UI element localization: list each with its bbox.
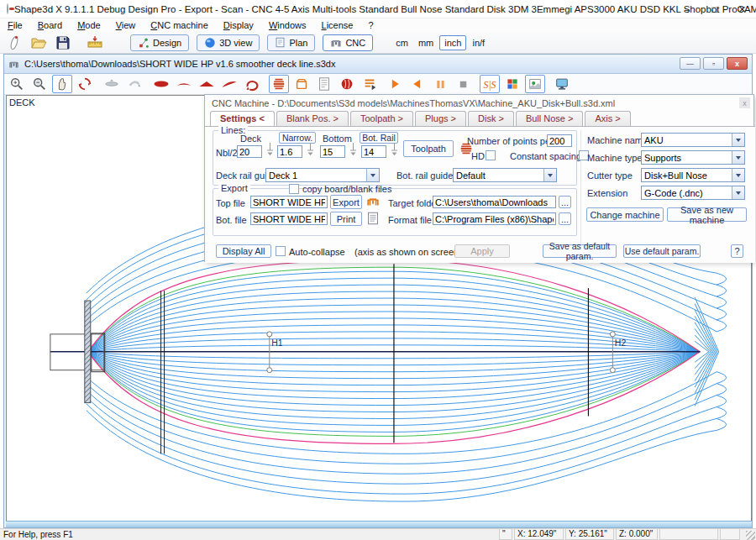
bot-file-field[interactable] <box>250 212 328 225</box>
flip-horizontal-icon[interactable] <box>124 75 144 93</box>
change-machine-button[interactable]: Change machine <box>586 207 664 222</box>
plan-view-button[interactable]: Plan <box>267 34 315 51</box>
bottom-spin-icon[interactable] <box>349 142 358 156</box>
thickness-view-icon[interactable] <box>197 75 217 93</box>
menu-display[interactable]: Display <box>216 18 261 32</box>
pan-hand-icon[interactable] <box>52 75 72 93</box>
view-3d-button[interactable]: 3D view <box>197 34 260 51</box>
menu-file[interactable]: File <box>0 18 30 32</box>
hd-checkbox[interactable] <box>486 150 496 160</box>
cnc-mode-button[interactable]: CNC <box>323 34 373 51</box>
plan-document-icon <box>275 37 286 48</box>
preview-image-icon[interactable] <box>525 75 545 93</box>
save-default-param-button[interactable]: Save as default param. <box>543 244 617 258</box>
deck-rail-guide-value: Deck 1 <box>266 170 366 181</box>
cutting-box-icon[interactable] <box>291 75 312 93</box>
bot-rail-guide-dropdown[interactable]: Default <box>453 168 557 182</box>
deck-spin-icon[interactable] <box>265 142 275 156</box>
save-file-icon[interactable] <box>53 34 73 52</box>
machine-type-dropdown[interactable]: Supports <box>641 150 745 165</box>
maximize-button[interactable]: □ <box>701 0 728 18</box>
flip-vertical-icon[interactable] <box>102 75 122 93</box>
minimize-button[interactable]: – <box>673 0 701 18</box>
export-machine-icon[interactable] <box>365 194 381 209</box>
dialog-help-button[interactable]: ? <box>731 244 743 258</box>
target-folder-field[interactable] <box>433 196 556 208</box>
display-all-button[interactable]: Display All <box>216 244 271 258</box>
menu-license[interactable]: License <box>314 18 361 32</box>
new-board-icon[interactable] <box>4 34 24 52</box>
unit-inch[interactable]: inch <box>439 35 466 50</box>
use-default-param-button[interactable]: Use default param. <box>623 244 701 258</box>
rocker-view-icon[interactable] <box>219 75 239 93</box>
extension-dropdown[interactable]: G-Code (.dnc) <box>641 186 745 200</box>
tab-bull-nose[interactable]: Bull Nose > <box>516 111 584 126</box>
design-mode-button[interactable]: Design <box>130 34 189 51</box>
unit-cm[interactable]: cm <box>391 36 412 50</box>
deck-rail-guide-dropdown[interactable]: Deck 1 <box>265 168 380 182</box>
export-button[interactable]: Export <box>330 195 362 209</box>
dimensions-icon[interactable] <box>85 34 105 52</box>
simulation-icon[interactable]: S|S <box>480 75 500 93</box>
menu-board[interactable]: Board <box>30 18 70 32</box>
horizontal-scrollbar[interactable] <box>6 521 752 527</box>
flip-board-icon[interactable] <box>242 75 262 93</box>
pause-icon[interactable] <box>430 75 450 93</box>
play-forward-icon[interactable] <box>385 75 405 93</box>
menu-windows[interactable]: Windows <box>261 18 314 32</box>
apply-button[interactable]: Apply <box>454 244 510 258</box>
tab-plugs[interactable]: Plugs > <box>415 111 466 126</box>
menu-help[interactable]: ? <box>360 18 381 32</box>
toolpath-button[interactable]: Toolpath <box>403 140 454 157</box>
zoom-out-icon[interactable] <box>29 75 50 93</box>
tab-disk[interactable]: Disk > <box>468 111 514 126</box>
points-per-line-field[interactable] <box>547 134 572 147</box>
color-grid-icon[interactable] <box>502 75 522 93</box>
menu-view[interactable]: View <box>108 18 144 32</box>
format-file-field[interactable] <box>433 212 556 225</box>
title-bar: Shape3d X 9.1.1.1 Debug Design Pro - Exp… <box>0 0 756 18</box>
unit-inf[interactable]: in/f <box>468 36 489 50</box>
doc-minimize-button[interactable]: — <box>680 57 701 70</box>
tab-blank-pos[interactable]: Blank Pos. > <box>276 111 349 126</box>
close-button[interactable]: ✕ <box>728 0 756 18</box>
menu-mode[interactable]: Mode <box>70 18 108 32</box>
profile-view-icon[interactable] <box>174 75 194 93</box>
zoom-in-icon[interactable] <box>7 75 27 93</box>
top-file-field[interactable] <box>250 196 328 208</box>
unit-mm[interactable]: mm <box>414 36 438 50</box>
toolpath-lines-icon[interactable] <box>269 75 289 93</box>
narrow-spin-icon[interactable] <box>306 142 315 156</box>
gcode-listing-icon[interactable] <box>314 75 334 93</box>
disk-cutter-icon[interactable] <box>337 75 357 93</box>
menu-cnc-machine[interactable]: CNC machine <box>143 18 215 32</box>
save-new-machine-button[interactable]: Save as new machine <box>667 207 747 222</box>
doc-restore-button[interactable]: ▫ <box>703 57 724 70</box>
bot-rail-field[interactable] <box>361 145 386 158</box>
resize-grip[interactable] <box>746 531 755 540</box>
print-preview-icon[interactable] <box>365 211 381 226</box>
narrow-field[interactable] <box>277 145 302 158</box>
print-button[interactable]: Print <box>330 212 362 226</box>
copy-board-checkbox[interactable] <box>289 184 299 194</box>
bottom-lines-field[interactable] <box>320 145 345 158</box>
auto-collapse-checkbox[interactable] <box>276 246 286 256</box>
play-back-icon[interactable] <box>407 75 428 93</box>
cutter-type-dropdown[interactable]: Disk+Bull Nose <box>641 168 745 182</box>
tab-toolpath[interactable]: Toolpath > <box>350 111 413 126</box>
machine-name-dropdown[interactable]: AKU <box>641 133 745 147</box>
doc-close-button[interactable]: x <box>727 57 748 70</box>
deck-lines-field[interactable] <box>237 145 262 158</box>
dialog-close-icon[interactable]: x <box>739 97 750 108</box>
extension-label: Extension <box>587 188 627 198</box>
tab-axis[interactable]: Axis > <box>585 111 630 126</box>
layers-export-icon[interactable] <box>360 75 380 93</box>
target-browse-button[interactable]: ... <box>559 196 571 208</box>
format-browse-button[interactable]: ... <box>559 212 571 225</box>
open-file-icon[interactable] <box>29 34 49 52</box>
rotate-view-icon[interactable] <box>75 75 95 93</box>
outline-view-icon[interactable] <box>151 75 171 93</box>
stop-icon[interactable] <box>453 75 473 93</box>
bot-rail-spin-icon[interactable] <box>390 142 399 156</box>
monitor-icon[interactable] <box>552 75 572 93</box>
